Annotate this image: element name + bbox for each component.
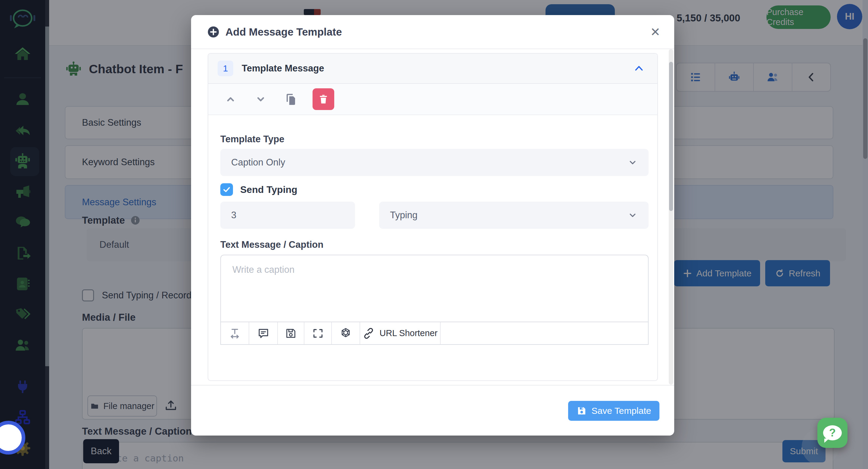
save-template-button[interactable]: Save Template xyxy=(568,401,659,421)
openai-icon xyxy=(339,327,352,340)
ai-assist-button[interactable] xyxy=(332,322,360,344)
chevron-down-icon xyxy=(255,93,267,105)
save-draft-button[interactable] xyxy=(278,322,304,344)
fullscreen-brackets-icon xyxy=(312,327,324,339)
modal-scrollbar[interactable] xyxy=(669,49,673,385)
modal-title: Add Message Template xyxy=(225,26,342,38)
chevron-down-icon xyxy=(627,210,638,220)
save-template-label: Save Template xyxy=(592,406,651,416)
template-type-select[interactable]: Caption Only xyxy=(220,149,649,176)
url-shortener-button[interactable]: URL Shortener xyxy=(360,322,441,344)
help-chat-fab[interactable]: ? xyxy=(817,418,847,448)
modal-footer: Save Template xyxy=(191,385,674,436)
collapse-chevron-up-icon[interactable] xyxy=(632,62,645,75)
template-type-value: Caption Only xyxy=(231,157,285,168)
close-icon[interactable]: ✕ xyxy=(650,26,660,38)
modal-scrollbar-thumb[interactable] xyxy=(669,62,673,211)
message-toolbar xyxy=(208,84,657,115)
add-message-template-modal: Add Message Template ✕ 1 Template Messag… xyxy=(191,15,674,436)
toolbar-spacer xyxy=(441,322,648,344)
typing-mode-value: Typing xyxy=(390,210,417,221)
duplicate-button[interactable] xyxy=(282,91,299,107)
comment-button[interactable] xyxy=(249,322,278,344)
template-message-card: 1 Template Message xyxy=(208,53,658,381)
comment-icon xyxy=(257,327,270,340)
typing-seconds-input[interactable] xyxy=(220,201,355,229)
template-message-header[interactable]: 1 Template Message xyxy=(208,54,657,84)
question-mark: ? xyxy=(829,427,836,439)
spintax-button[interactable] xyxy=(221,322,249,344)
send-typing-row: Send Typing xyxy=(220,183,298,196)
section-number-badge: 1 xyxy=(218,61,233,76)
fullscreen-button[interactable] xyxy=(304,322,332,344)
move-up-button[interactable] xyxy=(222,91,239,107)
chevron-down-icon xyxy=(627,157,638,167)
chevron-up-icon xyxy=(225,93,236,105)
link-icon xyxy=(363,327,375,339)
floppy-icon xyxy=(285,327,297,339)
move-down-button[interactable] xyxy=(252,91,269,107)
text-width-icon xyxy=(229,327,241,339)
template-type-label: Template Type xyxy=(220,134,284,145)
typing-mode-select[interactable]: Typing xyxy=(379,201,649,229)
trash-icon xyxy=(318,93,329,105)
delete-button[interactable] xyxy=(313,88,334,110)
caption-textarea[interactable] xyxy=(220,255,649,322)
caption-toolbar: URL Shortener xyxy=(220,322,649,345)
screen: 5,150 / 35,000 Purchase Credits HI Chatb… xyxy=(0,0,868,469)
chat-bubble-icon: ? xyxy=(823,425,842,440)
save-icon xyxy=(577,406,587,416)
section-title: Template Message xyxy=(242,63,324,74)
send-typing-checkbox[interactable] xyxy=(220,183,233,196)
check-icon xyxy=(222,185,231,194)
modal-header: Add Message Template ✕ xyxy=(191,15,674,49)
copy-icon xyxy=(284,93,297,105)
caption-label: Text Message / Caption xyxy=(220,239,323,250)
send-typing-label: Send Typing xyxy=(240,184,298,195)
url-shortener-label: URL Shortener xyxy=(379,328,437,338)
plus-circle-icon xyxy=(207,26,219,38)
